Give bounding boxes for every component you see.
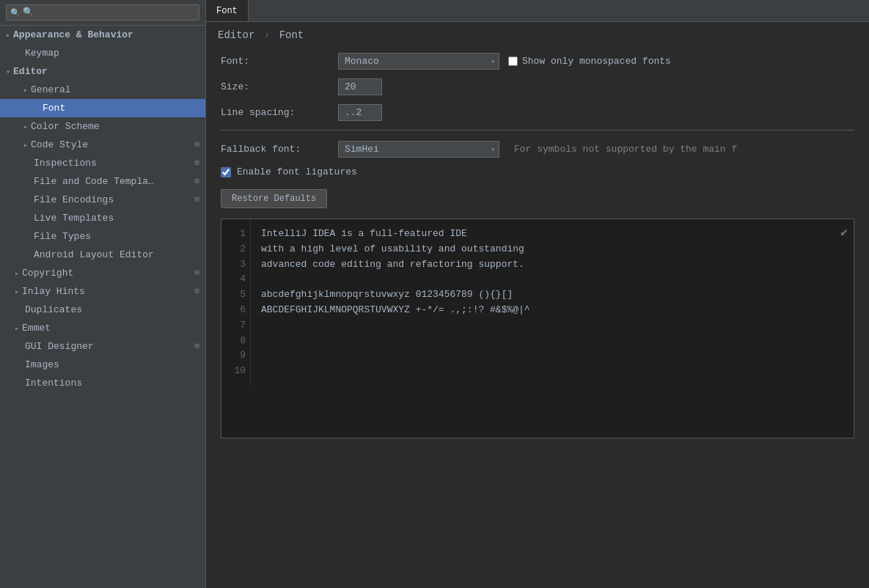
breadcrumb-editor: Editor xyxy=(218,29,254,41)
sidebar-item-appearance-behavior[interactable]: Appearance & Behavior xyxy=(0,26,205,44)
show-monospaced-checkbox[interactable] xyxy=(508,56,518,66)
arrow-collapsed xyxy=(23,122,28,131)
code-line: abcdefghijklmnopqrstuvwxyz 0123456789 ()… xyxy=(261,287,843,303)
line-number: 8 xyxy=(226,334,246,349)
code-line xyxy=(261,364,843,379)
nav-item-label: Live Templates xyxy=(34,213,114,224)
ligatures-row: Enable font ligatures xyxy=(221,166,854,177)
nav-item-label: GUI Designer xyxy=(25,341,94,352)
nav-item-label: Editor xyxy=(13,66,48,77)
nav-item-label: Inspections xyxy=(34,158,97,169)
breadcrumb-font: Font xyxy=(279,29,304,41)
line-numbers: 12345678910 xyxy=(221,219,251,386)
sidebar-item-editor[interactable]: Editor xyxy=(0,62,205,81)
search-icon: 🔍 xyxy=(10,8,21,18)
nav-item-label: Android Layout Editor xyxy=(34,249,154,260)
nav-item-label: File Encodings xyxy=(34,194,114,205)
size-control xyxy=(338,78,382,95)
nav-item-label: Images xyxy=(25,359,59,370)
ligatures-checkbox[interactable] xyxy=(221,167,231,177)
nav-item-label: Intentions xyxy=(25,378,82,389)
fallback-font-dropdown[interactable]: SimHei xyxy=(338,141,499,158)
size-row: Size: xyxy=(221,78,854,95)
code-line: IntelliJ IDEA is a full-featured IDE xyxy=(261,227,843,242)
main-panel: Font Editor › Font Font: Monaco ▾ xyxy=(206,0,869,588)
sidebar-item-keymap[interactable]: Keymap xyxy=(0,44,205,62)
sidebar-item-android-layout-editor[interactable]: Android Layout Editor xyxy=(0,246,205,264)
size-label: Size: xyxy=(221,81,338,92)
line-number: 7 xyxy=(226,318,246,334)
sidebar-item-live-templates[interactable]: Live Templates xyxy=(0,209,205,227)
section-divider xyxy=(221,130,854,131)
sidebar-item-color-scheme[interactable]: Color Scheme xyxy=(0,117,205,136)
restore-defaults-button[interactable]: Restore Defaults xyxy=(221,189,327,208)
code-area: IntelliJ IDEA is a full-featured IDEwith… xyxy=(251,219,854,386)
sidebar-item-intentions[interactable]: Intentions xyxy=(0,374,205,392)
sidebar-item-file-code-templates[interactable]: File and Code Templa…⊞ xyxy=(0,172,205,191)
arrow-expanded xyxy=(6,67,10,76)
copy-icon: ⊞ xyxy=(194,139,199,149)
arrow-collapsed xyxy=(15,269,19,278)
search-input[interactable] xyxy=(6,4,199,21)
sidebar-item-font[interactable]: Font xyxy=(0,99,205,117)
font-row: Font: Monaco ▾ Show only monospaced font… xyxy=(221,53,854,70)
search-box: 🔍 xyxy=(0,0,205,26)
font-label: Font: xyxy=(221,56,338,67)
sidebar-item-gui-designer[interactable]: GUI Designer⊞ xyxy=(0,337,205,356)
nav-item-label: Appearance & Behavior xyxy=(13,29,133,40)
nav-item-label: General xyxy=(31,84,71,95)
arrow-collapsed xyxy=(23,141,28,150)
size-input[interactable] xyxy=(338,78,382,95)
line-spacing-input[interactable] xyxy=(338,104,382,121)
preview-inner: 12345678910 IntelliJ IDEA is a full-feat… xyxy=(221,219,854,386)
sidebar-item-file-encodings[interactable]: File Encodings⊞ xyxy=(0,191,205,209)
nav-item-label: Copyright xyxy=(22,268,73,279)
copy-icon: ⊞ xyxy=(194,286,199,295)
fallback-font-control: SimHei ▾ For symbols not supported by th… xyxy=(338,141,737,158)
fallback-dropdown-wrapper: SimHei ▾ xyxy=(338,141,499,158)
breadcrumb: Editor › Font xyxy=(206,22,869,45)
nav-item-label: Color Scheme xyxy=(31,121,100,132)
code-line xyxy=(261,318,843,334)
preview-area: 12345678910 IntelliJ IDEA is a full-feat… xyxy=(221,218,854,438)
code-line xyxy=(261,272,843,287)
sidebar-item-file-types[interactable]: File Types xyxy=(0,227,205,246)
line-spacing-label: Line spacing: xyxy=(221,107,338,118)
sidebar: 🔍 Appearance & BehaviorKeymapEditorGener… xyxy=(0,0,206,588)
sidebar-item-copyright[interactable]: Copyright⊞ xyxy=(0,264,205,282)
line-number: 4 xyxy=(226,272,246,287)
tab-font[interactable]: Font xyxy=(206,0,249,21)
line-number: 2 xyxy=(226,242,246,257)
arrow-collapsed xyxy=(15,324,19,333)
copy-icon: ⊞ xyxy=(194,194,199,204)
line-number: 6 xyxy=(226,303,246,318)
font-control: Monaco ▾ Show only monospaced fonts xyxy=(338,53,671,70)
fallback-hint-text: For symbols not supported by the main f xyxy=(514,144,737,155)
nav-item-label: Duplicates xyxy=(25,304,82,315)
line-number: 9 xyxy=(226,348,246,364)
sidebar-item-emmet[interactable]: Emmet xyxy=(0,319,205,337)
copy-icon: ⊞ xyxy=(194,176,199,185)
nav-item-label: File Types xyxy=(34,231,91,242)
arrow-collapsed xyxy=(15,287,19,296)
sidebar-item-duplicates[interactable]: Duplicates xyxy=(0,301,205,319)
breadcrumb-sep: › xyxy=(264,29,276,41)
arrow-collapsed xyxy=(23,86,28,95)
ligatures-label[interactable]: Enable font ligatures xyxy=(237,166,357,177)
copy-icon: ⊞ xyxy=(194,158,199,167)
code-line xyxy=(261,334,843,349)
nav-list: Appearance & BehaviorKeymapEditorGeneral… xyxy=(0,26,205,392)
arrow-collapsed xyxy=(6,31,10,40)
copy-icon: ⊞ xyxy=(194,341,199,350)
font-dropdown[interactable]: Monaco xyxy=(338,53,499,70)
fallback-font-label: Fallback font: xyxy=(221,144,338,155)
show-monospaced-label[interactable]: Show only monospaced fonts xyxy=(508,56,671,67)
sidebar-item-inspections[interactable]: Inspections⊞ xyxy=(0,154,205,172)
font-dropdown-wrapper: Monaco ▾ xyxy=(338,53,499,70)
code-line xyxy=(261,348,843,364)
sidebar-item-inlay-hints[interactable]: Inlay Hints⊞ xyxy=(0,282,205,301)
sidebar-item-general[interactable]: General xyxy=(0,81,205,99)
sidebar-item-images[interactable]: Images xyxy=(0,356,205,374)
fallback-font-row: Fallback font: SimHei ▾ For symbols not … xyxy=(221,141,854,158)
sidebar-item-code-style[interactable]: Code Style⊞ xyxy=(0,136,205,154)
